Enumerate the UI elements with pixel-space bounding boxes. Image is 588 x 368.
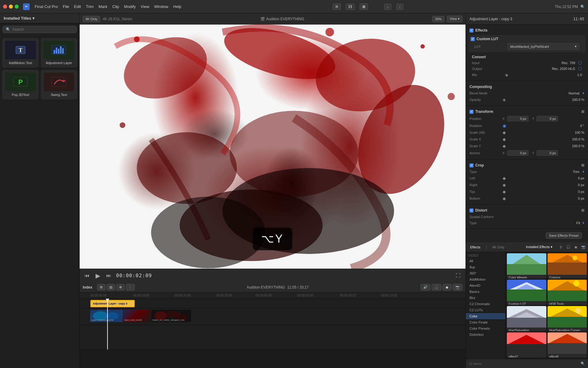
record-button[interactable]: ⏺ [443,284,451,290]
menu-item-view[interactable]: View [141,4,149,9]
blend-mode-arrow[interactable]: ▾ [582,91,584,95]
zoom-control[interactable]: 39% [432,16,444,22]
distort-checkbox[interactable]: ✓ [469,209,473,213]
clip-height-button[interactable]: ▤ [107,284,115,290]
import-button[interactable]: ↓ [384,4,391,10]
transform-checkbox[interactable]: ✓ [469,110,473,114]
photos-button[interactable]: 🎞 [346,4,355,10]
sidebar-item-360[interactable]: 360° [466,270,505,276]
crop-bottom-diamond[interactable]: ◆ [503,196,506,201]
menu-item-window[interactable]: Window [154,4,168,9]
search-bar[interactable]: 🔍 [2,26,77,33]
index-label[interactable]: Index [83,285,92,289]
headphones-icon[interactable]: 🎧 [566,245,571,249]
audio-meter-icon[interactable]: 🎚 [559,245,563,249]
adjustment-clip[interactable]: Adjustment Layer - copy 3 [90,300,135,307]
sidebar-item-9up[interactable]: 9up [466,264,505,270]
scale-all-diamond[interactable]: ◆ [503,130,506,135]
opacity-dial[interactable]: ◈ [503,97,506,102]
anchor-y-value[interactable]: 0 px [537,150,558,156]
sidebar-item-blur[interactable]: Blur [466,295,505,301]
effect-card-hue-saturation[interactable]: Hue/Saturation [507,306,546,331]
effect-card-colorize[interactable]: Colorize [548,253,587,278]
menu-item-help[interactable]: Help [173,4,182,9]
headphones-button[interactable]: 🎧 [432,284,441,290]
sidebar-item-color[interactable]: Color [466,313,505,319]
snapshot-icon[interactable]: 📷 [581,245,586,249]
lut-selector[interactable]: MostWanted_byPhilStrahl ▾ [507,43,579,50]
rotation-dial[interactable]: ◉ [503,123,506,128]
go-to-start-button[interactable]: ⏮ [83,272,91,280]
effect-card-8[interactable]: effect8 [548,332,587,358]
view-button[interactable]: View ▾ [447,16,462,22]
scale-x-diamond[interactable]: ◆ [503,137,506,142]
effects-checkbox[interactable]: ✓ [469,29,473,33]
titles-dropdown[interactable]: Installed Titles ▾ [4,16,35,21]
fullscreen-preview-button[interactable]: ⛶ [454,272,462,280]
distort-expand-icon[interactable]: ⊞ [581,208,584,213]
menu-item-edit[interactable]: Edit [74,4,81,9]
4k-only-tab[interactable]: 4K Only [490,244,506,250]
effect-card-7[interactable]: effect7 [507,332,546,358]
menu-item-fcp[interactable]: Final Cut Pro [35,4,58,9]
effect-card-hue-sat-curves[interactable]: Hue/Saturation Curves [548,306,587,331]
scale-y-diamond[interactable]: ◆ [503,144,506,148]
fullscreen-button[interactable] [15,5,19,9]
mix-dial-icon[interactable]: ◈ [505,72,508,77]
resolution-toggle[interactable]: 4K Only [83,16,100,22]
crop-checkbox[interactable]: ✓ [469,163,473,167]
blend-mode-value[interactable]: Normal [503,91,579,95]
search-icon[interactable]: 🔍 [580,5,585,9]
menu-item-trim[interactable]: Trim [86,4,94,9]
effect-card-custom-lut[interactable]: Custom LUT [507,280,546,305]
crop-top-diamond[interactable]: ◆ [503,189,506,194]
crop-right-diamond[interactable]: ◆ [503,182,506,187]
distort-type-arrow[interactable]: ▾ [582,221,584,225]
record-icon[interactable]: ⏺ [574,245,578,249]
crop-type-arrow[interactable]: ▾ [582,170,584,174]
sidebar-item-alex4d[interactable]: Alex4D [466,282,505,289]
save-effects-preset-button[interactable]: Save Effects Preset [546,232,582,239]
sidebar-item-distortion[interactable]: Distortion [466,332,505,338]
search-input[interactable] [12,27,74,32]
title-card-adjustment[interactable]: Adjustment Layer [41,38,77,67]
installed-effects-tab[interactable]: Installed Effects ▾ [524,244,554,250]
position-x-value[interactable]: 0 px [507,116,529,121]
snapshot-button[interactable]: 📷 [453,284,462,290]
sidebar-item-c2chromatic[interactable]: C2 Chromatic [466,301,505,307]
play-pause-button[interactable]: ▶ [94,271,101,281]
effects-tab[interactable]: Effects [468,244,482,250]
sidebar-item-color-finale[interactable]: Color Finale [466,319,505,325]
title-card-addmotion[interactable]: T AddMotion.Text [2,38,39,67]
position-y-value[interactable]: 0 px [537,116,558,121]
media-clip-dark[interactable]: black_on_white_delayed_red [151,310,191,322]
timeline-options-button[interactable]: ⋮ [126,284,135,290]
title-card-pop3d[interactable]: P Pop.3DText [2,70,39,99]
libraries-button[interactable]: ⊞ [333,3,341,10]
go-to-end-button[interactable]: ⏭ [105,272,112,280]
sidebar-item-addmotion[interactable]: AddMotion [466,276,505,282]
menu-item-modify[interactable]: Modify [124,4,136,9]
zoom-timeline-button[interactable]: ⊕ [116,284,125,290]
effect-card-color-wheels[interactable]: Color Wheels [507,253,546,278]
sidebar-item-all[interactable]: All [466,258,505,264]
generators-button[interactable]: ▦ [360,3,368,10]
effect-card-hdr-tools[interactable]: HDR Tools [548,280,587,305]
anchor-x-value[interactable]: 0 px [507,150,529,156]
distort-type-value[interactable]: Fit [503,221,580,225]
title-card-swing[interactable]: Swing.Text [41,70,77,99]
sidebar-item-basics[interactable]: Basics [466,289,505,295]
menu-item-mark[interactable]: Mark [99,4,107,9]
clip-appearance-button[interactable]: ⊞ [97,284,105,290]
custom-lut-checkbox[interactable]: ✓ [471,37,475,41]
media-clip-cyan[interactable]: cyan inverted plume [90,310,123,322]
menu-item-clip[interactable]: Clip [112,4,119,9]
close-button[interactable] [3,5,7,9]
minimize-button[interactable] [9,5,13,9]
audio-button[interactable]: 🔊 [420,284,430,290]
search-effects-icon[interactable]: 🔍 [581,362,585,366]
sidebar-item-color-presets[interactable]: Color Presets [466,325,505,332]
media-clip-blue-red[interactable]: blue_and_red-B [123,310,151,322]
transform-expand-icon[interactable]: ⊞ [581,109,584,114]
share-button[interactable]: ↑ [396,4,404,10]
